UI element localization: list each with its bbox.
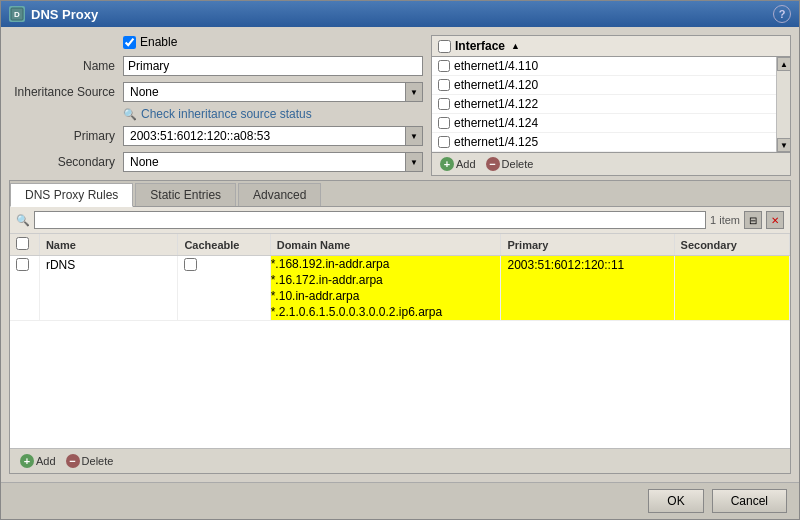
col-header-domain[interactable]: Domain Name <box>270 234 501 256</box>
secondary-select-wrapper: None ▼ <box>123 152 423 172</box>
title-bar: D DNS Proxy ? <box>1 1 799 27</box>
interface-checkbox-3[interactable] <box>438 117 450 129</box>
row-secondary-cell <box>674 256 789 321</box>
interface-delete-label: Delete <box>502 158 534 170</box>
cancel-button[interactable]: Cancel <box>712 489 787 513</box>
interface-add-label: Add <box>456 158 476 170</box>
tab-static-entries[interactable]: Static Entries <box>135 183 236 206</box>
row-domain-cell: *.168.192.in-addr.arpa *.16.172.in-addr.… <box>270 256 501 321</box>
table-wrapper: Name Cacheable Domain Name Primary <box>10 234 790 448</box>
item-count: 1 item <box>710 214 740 226</box>
table-add-label: Add <box>36 455 56 467</box>
search-input[interactable] <box>34 211 706 229</box>
col-header-primary[interactable]: Primary <box>501 234 674 256</box>
ok-button[interactable]: OK <box>648 489 703 513</box>
primary-label: Primary <box>9 129 119 143</box>
secondary-row: Secondary None ▼ <box>9 151 423 173</box>
dialog-footer: OK Cancel <box>1 482 799 519</box>
primary-select-wrapper: 2003:51:6012:120::a08:53 ▼ <box>123 126 423 146</box>
close-button[interactable]: ✕ <box>766 211 784 229</box>
data-table: Name Cacheable Domain Name Primary <box>10 234 790 321</box>
tab-advanced[interactable]: Advanced <box>238 183 321 206</box>
domain-3: *.10.in-addr.arpa <box>271 288 501 304</box>
table-add-button[interactable]: + Add <box>18 453 58 469</box>
dns-proxy-dialog: D DNS Proxy ? Enable Name <box>0 0 800 520</box>
list-item: ethernet1/4.125 <box>432 133 776 152</box>
search-icon: 🔍 <box>16 214 30 227</box>
row-cacheable-checkbox[interactable] <box>184 258 197 271</box>
name-label: Name <box>9 59 119 73</box>
row-checkbox[interactable] <box>16 258 29 271</box>
interface-all-checkbox[interactable] <box>438 40 451 53</box>
enable-checkbox[interactable] <box>123 36 136 49</box>
table-toolbar: 🔍 1 item ⊟ ✕ <box>10 207 790 234</box>
interface-checkbox-0[interactable] <box>438 60 450 72</box>
interface-delete-button[interactable]: − Delete <box>484 156 536 172</box>
interface-panel: Interface ▲ ethernet1/4.110 ethernet1/4.… <box>431 35 791 176</box>
col-header-check <box>10 234 39 256</box>
table-delete-label: Delete <box>82 455 114 467</box>
table-header-row: Name Cacheable Domain Name Primary <box>10 234 790 256</box>
table-footer: + Add − Delete <box>10 448 790 473</box>
inheritance-source-select-wrapper: None ▼ <box>123 82 423 102</box>
domain-4: *.2.1.0.6.1.5.0.0.3.0.0.2.ip6.arpa <box>271 304 501 320</box>
enable-label: Enable <box>140 35 177 49</box>
table-add-icon: + <box>20 454 34 468</box>
enable-row: Enable <box>9 35 423 49</box>
tabs-section: DNS Proxy Rules Static Entries Advanced … <box>9 180 791 474</box>
interface-header-label: Interface <box>455 39 505 53</box>
table-row: rDNS *.168.192.in-addr.arpa *.16.172.in-… <box>10 256 790 321</box>
list-item: ethernet1/4.124 <box>432 114 776 133</box>
col-header-name[interactable]: Name <box>39 234 177 256</box>
magnifier-icon: 🔍 <box>123 108 137 121</box>
check-status-row: 🔍 Check inheritance source status <box>9 107 423 121</box>
interface-scrollbar[interactable]: ▲ ▼ <box>776 57 790 152</box>
col-header-secondary[interactable]: Secondary <box>674 234 789 256</box>
top-section: Enable Name Inheritance Source None ▼ <box>9 35 791 176</box>
name-input[interactable] <box>123 56 423 76</box>
inheritance-source-label: Inheritance Source <box>9 85 119 99</box>
dialog-body: Enable Name Inheritance Source None ▼ <box>1 27 799 482</box>
interface-checkbox-2[interactable] <box>438 98 450 110</box>
row-check-cell <box>10 256 39 321</box>
tab-content: 🔍 1 item ⊟ ✕ <box>10 207 790 473</box>
add-icon: + <box>440 157 454 171</box>
dialog-icon: D <box>9 6 25 22</box>
dialog-title: DNS Proxy <box>31 7 98 22</box>
interface-footer: + Add − Delete <box>432 152 790 175</box>
svg-text:D: D <box>14 10 20 19</box>
inheritance-source-row: Inheritance Source None ▼ <box>9 81 423 103</box>
scroll-up-btn[interactable]: ▲ <box>777 57 790 71</box>
primary-row: Primary 2003:51:6012:120::a08:53 ▼ <box>9 125 423 147</box>
primary-select[interactable]: 2003:51:6012:120::a08:53 <box>123 126 423 146</box>
del-icon: − <box>486 157 500 171</box>
col-header-cacheable[interactable]: Cacheable <box>178 234 270 256</box>
table-del-icon: − <box>66 454 80 468</box>
name-row: Name <box>9 55 423 77</box>
select-all-checkbox[interactable] <box>16 237 29 250</box>
sort-arrow: ▲ <box>511 41 520 51</box>
row-primary-cell: 2003:51:6012:120::11 <box>501 256 674 321</box>
table-delete-button[interactable]: − Delete <box>64 453 116 469</box>
interface-checkbox-1[interactable] <box>438 79 450 91</box>
list-item: ethernet1/4.110 <box>432 57 776 76</box>
inheritance-source-select[interactable]: None <box>123 82 423 102</box>
secondary-select[interactable]: None <box>123 152 423 172</box>
tab-dns-proxy-rules[interactable]: DNS Proxy Rules <box>10 183 133 207</box>
scroll-down-btn[interactable]: ▼ <box>777 138 790 152</box>
list-item: ethernet1/4.122 <box>432 95 776 114</box>
check-status-link[interactable]: Check inheritance source status <box>141 107 312 121</box>
domain-2: *.16.172.in-addr.arpa <box>271 272 501 288</box>
row-cacheable-cell <box>178 256 270 321</box>
expand-button[interactable]: ⊟ <box>744 211 762 229</box>
interface-checkbox-4[interactable] <box>438 136 450 148</box>
secondary-label: Secondary <box>9 155 119 169</box>
help-button[interactable]: ? <box>773 5 791 23</box>
tab-bar: DNS Proxy Rules Static Entries Advanced <box>10 181 790 207</box>
left-form: Enable Name Inheritance Source None ▼ <box>9 35 423 176</box>
title-bar-left: D DNS Proxy <box>9 6 98 22</box>
list-item: ethernet1/4.120 <box>432 76 776 95</box>
interface-header: Interface ▲ <box>432 36 790 57</box>
interface-list: ethernet1/4.110 ethernet1/4.120 ethernet… <box>432 57 776 152</box>
interface-add-button[interactable]: + Add <box>438 156 478 172</box>
